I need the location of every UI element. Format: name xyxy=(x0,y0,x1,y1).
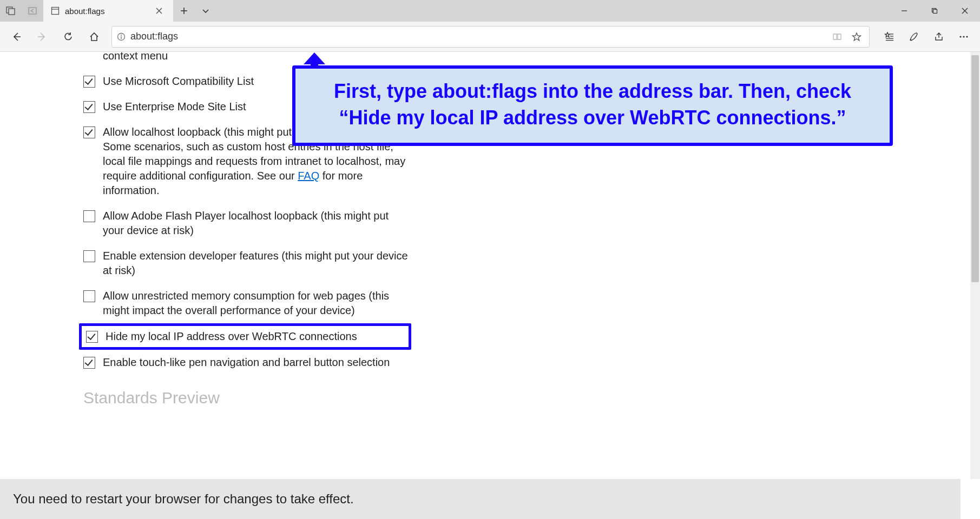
option-row-flash-loopback[interactable]: Allow Adobe Flash Player localhost loopb… xyxy=(83,203,411,243)
checkbox-checked-icon[interactable] xyxy=(83,357,95,369)
nav-bar xyxy=(0,22,980,52)
svg-point-9 xyxy=(121,35,122,36)
svg-rect-1 xyxy=(9,9,15,15)
close-button[interactable] xyxy=(950,0,980,22)
option-label: context menu xyxy=(103,52,411,63)
tabs-aside-icon[interactable] xyxy=(0,0,22,22)
checkbox-unchecked-icon[interactable] xyxy=(83,210,95,222)
svg-rect-2 xyxy=(29,8,36,14)
address-bar[interactable] xyxy=(111,26,870,48)
option-label: Allow Adobe Flash Player localhost loopb… xyxy=(103,209,411,238)
content-area: context menu Use Microsoft Compatibility… xyxy=(0,52,980,519)
checkbox-unchecked-icon[interactable] xyxy=(83,290,95,302)
option-label: Enable touch-like pen navigation and bar… xyxy=(103,355,411,370)
svg-rect-3 xyxy=(52,8,59,15)
faq-link[interactable]: FAQ xyxy=(298,170,319,182)
more-menu-icon[interactable] xyxy=(952,26,976,48)
back-button[interactable] xyxy=(4,26,28,48)
home-button[interactable] xyxy=(82,26,106,48)
favorites-list-icon[interactable] xyxy=(877,26,901,48)
checkbox-checked-icon[interactable] xyxy=(83,101,95,113)
option-row-hide-ip-webrtc[interactable]: Hide my local IP address over WebRTC con… xyxy=(86,329,404,344)
option-label: Enable extension developer features (thi… xyxy=(103,249,411,278)
option-row-unrestricted-mem[interactable]: Allow unrestricted memory consumption fo… xyxy=(83,283,411,323)
option-row-ext-dev[interactable]: Enable extension developer features (thi… xyxy=(83,243,411,283)
tab-close-button[interactable] xyxy=(153,8,166,14)
forward-button[interactable] xyxy=(30,26,54,48)
tab-title: about:flags xyxy=(65,6,104,16)
refresh-button[interactable] xyxy=(56,26,80,48)
show-tabs-aside-icon[interactable] xyxy=(22,0,43,22)
tabset-buttons xyxy=(0,0,43,22)
scrollbar-thumb[interactable] xyxy=(971,55,979,282)
section-heading-standards-preview: Standards Preview xyxy=(83,375,411,409)
browser-tab[interactable]: about:flags xyxy=(43,0,173,22)
address-input[interactable] xyxy=(130,26,828,47)
checkbox-unchecked-icon[interactable] xyxy=(83,250,95,262)
svg-point-15 xyxy=(959,36,961,37)
minimize-button[interactable] xyxy=(889,0,919,22)
option-row-pen-nav[interactable]: Enable touch-like pen navigation and bar… xyxy=(83,350,411,375)
svg-point-16 xyxy=(963,36,964,37)
share-icon[interactable] xyxy=(927,26,951,48)
favorite-star-icon[interactable] xyxy=(847,28,866,46)
svg-rect-7 xyxy=(933,10,937,14)
settings-page: context menu Use Microsoft Compatibility… xyxy=(0,52,970,519)
restart-notice-bar: You need to restart your browser for cha… xyxy=(0,479,961,519)
highlight-webrtc-option: Hide my local IP address over WebRTC con… xyxy=(79,323,411,350)
tab-menu-button[interactable] xyxy=(195,0,216,22)
maximize-button[interactable] xyxy=(919,0,950,22)
toolbar-right xyxy=(875,26,976,48)
svg-point-17 xyxy=(966,36,968,37)
svg-rect-10 xyxy=(121,36,121,39)
web-notes-icon[interactable] xyxy=(902,26,926,48)
site-info-icon[interactable] xyxy=(112,32,130,41)
checkbox-checked-icon[interactable] xyxy=(86,331,98,343)
address-actions xyxy=(828,28,869,46)
option-label: Hide my local IP address over WebRTC con… xyxy=(106,329,404,344)
page-icon xyxy=(51,6,60,15)
restart-message: You need to restart your browser for cha… xyxy=(13,491,354,507)
option-label: Allow unrestricted memory consumption fo… xyxy=(103,289,411,318)
tab-actions xyxy=(173,0,216,22)
vertical-scrollbar[interactable] xyxy=(970,52,980,479)
title-bar: about:flags xyxy=(0,0,980,22)
window-controls xyxy=(889,0,980,22)
reading-view-icon[interactable] xyxy=(828,28,846,46)
checkbox-checked-icon[interactable] xyxy=(83,76,95,88)
callout-text: First, type about:flags into the address… xyxy=(292,65,893,146)
new-tab-button[interactable] xyxy=(173,0,195,22)
checkbox-checked-icon[interactable] xyxy=(83,127,95,138)
